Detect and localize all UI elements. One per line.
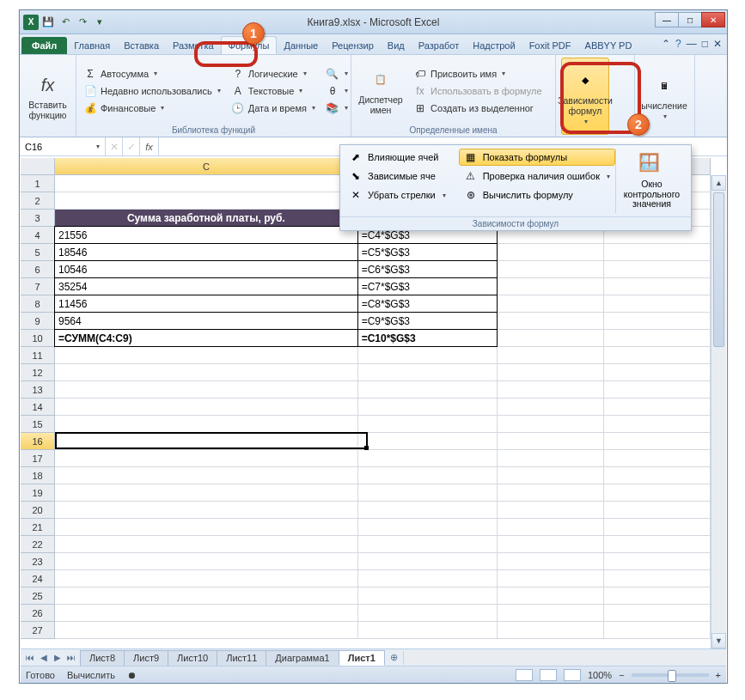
name-manager-button[interactable]: 📋 Диспетчер имен: [357, 58, 405, 124]
doc-minimize-icon[interactable]: —: [687, 38, 697, 50]
vertical-scrollbar[interactable]: ▲ ▼: [711, 175, 726, 648]
cell[interactable]: [358, 502, 498, 519]
sheet-last-icon[interactable]: ⏭: [65, 653, 77, 662]
tab-home[interactable]: Главная: [67, 37, 117, 54]
cell[interactable]: [498, 399, 604, 416]
cell[interactable]: [55, 484, 358, 502]
tab-addins[interactable]: Надстрой: [466, 37, 522, 54]
cell[interactable]: [55, 192, 358, 210]
maximize-button[interactable]: □: [678, 12, 702, 27]
lookup-button[interactable]: 🔍▾: [324, 66, 350, 82]
select-all-button[interactable]: [21, 158, 55, 175]
cell[interactable]: [358, 433, 498, 450]
row-header[interactable]: 3: [21, 210, 55, 227]
row-header[interactable]: 15: [21, 416, 55, 433]
cell[interactable]: [498, 484, 604, 502]
cell[interactable]: [55, 536, 358, 553]
view-layout-icon[interactable]: [540, 669, 557, 681]
cell[interactable]: 21556: [54, 226, 358, 244]
cell[interactable]: [55, 502, 358, 519]
cell[interactable]: [498, 467, 604, 484]
row-header[interactable]: 25: [21, 587, 55, 605]
row-header[interactable]: 7: [21, 278, 55, 295]
row-header[interactable]: 13: [21, 381, 55, 399]
row-header[interactable]: 8: [21, 295, 55, 313]
cell[interactable]: [358, 570, 498, 587]
sheet-tab[interactable]: Лист10: [168, 650, 217, 666]
define-name-button[interactable]: 🏷Присвоить имя▾: [412, 66, 544, 82]
cell[interactable]: [604, 553, 711, 570]
cell[interactable]: [604, 433, 711, 450]
cell[interactable]: [55, 450, 358, 467]
cell[interactable]: [604, 467, 711, 484]
cell[interactable]: [604, 347, 711, 364]
sheet-next-icon[interactable]: ▶: [52, 653, 64, 662]
cell[interactable]: =C7*$G$3: [357, 277, 498, 295]
zoom-out-icon[interactable]: −: [619, 670, 624, 680]
create-from-selection-button[interactable]: ⊞Создать из выделенног: [412, 100, 544, 116]
row-header[interactable]: 6: [21, 261, 55, 278]
cell[interactable]: [358, 416, 498, 433]
name-box[interactable]: C16▾: [20, 137, 106, 155]
use-in-formula-button[interactable]: fxИспользовать в формуле: [412, 83, 544, 99]
watch-window-button[interactable]: 🪟 Окно контрольного значения: [615, 149, 687, 213]
calculation-button[interactable]: 🖩 ычисление ▾: [640, 58, 688, 135]
row-header[interactable]: 11: [21, 347, 55, 364]
cell[interactable]: [498, 295, 604, 313]
horizontal-scrollbar[interactable]: [403, 651, 726, 665]
cell[interactable]: 35254: [54, 277, 358, 295]
cell[interactable]: [498, 536, 604, 553]
cell[interactable]: [604, 399, 711, 416]
tab-foxit[interactable]: Foxit PDF: [522, 37, 578, 54]
sheet-tab[interactable]: Лист11: [217, 650, 266, 666]
autosum-button[interactable]: ΣАвтосумма▾: [82, 66, 223, 82]
cell[interactable]: [358, 467, 498, 484]
cell[interactable]: [55, 570, 358, 587]
row-header[interactable]: 2: [21, 192, 55, 210]
logical-button[interactable]: ?Логические▾: [229, 66, 317, 82]
cell[interactable]: [498, 278, 604, 295]
cell[interactable]: [358, 605, 498, 622]
zoom-level[interactable]: 100%: [588, 670, 612, 680]
show-formulas-item[interactable]: ▦Показать формулы: [459, 149, 615, 166]
cell[interactable]: [498, 261, 604, 278]
datetime-button[interactable]: 🕒Дата и время▾: [229, 100, 317, 116]
cell[interactable]: [604, 450, 711, 467]
row-header[interactable]: 10: [21, 330, 55, 347]
cell[interactable]: [55, 605, 358, 622]
minimize-ribbon-icon[interactable]: ⌃: [662, 38, 670, 50]
fx-button[interactable]: fx: [140, 137, 159, 155]
scroll-thumb[interactable]: [713, 192, 724, 347]
cell[interactable]: [604, 295, 711, 313]
cell[interactable]: [604, 502, 711, 519]
cell[interactable]: [498, 433, 604, 450]
cell[interactable]: [498, 330, 604, 347]
formula-auditing-button[interactable]: ◆ Зависимости формул ▾: [561, 58, 609, 135]
qat-dropdown-icon[interactable]: ▾: [92, 15, 107, 30]
zoom-slider[interactable]: [632, 673, 709, 677]
cell[interactable]: =C9*$G$3: [357, 312, 498, 330]
cell[interactable]: [55, 347, 358, 364]
sheet-tab[interactable]: Диаграмма1: [266, 650, 339, 666]
cell[interactable]: [498, 553, 604, 570]
new-sheet-icon[interactable]: ⊕: [385, 652, 403, 663]
cell[interactable]: [604, 278, 711, 295]
row-header[interactable]: 19: [21, 484, 55, 502]
row-header[interactable]: 12: [21, 364, 55, 381]
cell[interactable]: [498, 364, 604, 381]
cell[interactable]: [604, 261, 711, 278]
cell[interactable]: [55, 399, 358, 416]
tab-data[interactable]: Данные: [277, 37, 325, 54]
cell[interactable]: [358, 519, 498, 536]
cell[interactable]: [55, 467, 358, 484]
error-checking-item[interactable]: ⚠Проверка наличия ошибок▾: [459, 167, 615, 185]
cell[interactable]: [55, 381, 358, 399]
cell[interactable]: [498, 381, 604, 399]
trace-dependents-item[interactable]: ⬊Зависимые яче: [344, 167, 459, 185]
cell[interactable]: [358, 364, 498, 381]
cell[interactable]: [55, 519, 358, 536]
cell[interactable]: 9564: [54, 312, 358, 330]
cell[interactable]: [358, 450, 498, 467]
sheet-tab[interactable]: Лист8: [80, 650, 125, 666]
cell[interactable]: 10546: [54, 260, 358, 278]
